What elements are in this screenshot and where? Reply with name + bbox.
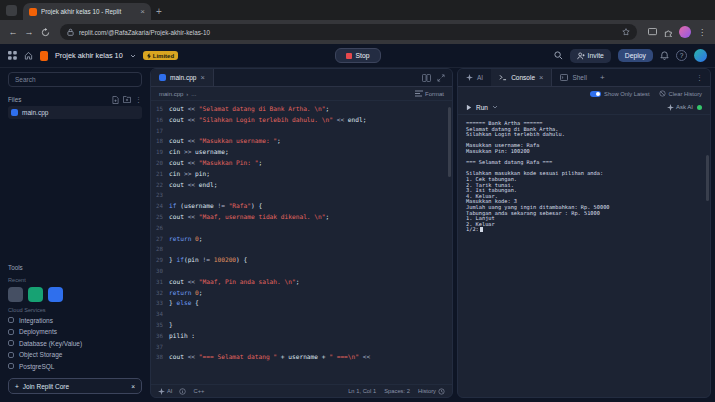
deploy-button[interactable]: Deploy [618, 49, 653, 62]
workflows-icon[interactable] [8, 287, 23, 302]
info-icon[interactable] [179, 388, 186, 395]
code-line[interactable]: 24if (username != "Rafa") { [151, 201, 452, 212]
help-icon[interactable]: ? [676, 50, 687, 61]
format-button[interactable]: Format [415, 90, 444, 97]
play-icon[interactable] [466, 104, 472, 111]
code-line[interactable]: 22cout << endl; [151, 180, 452, 191]
history-button[interactable]: History [418, 388, 445, 395]
sidebar-item-postgresql[interactable]: PostgreSQL [8, 361, 142, 373]
dismiss-icon[interactable]: × [131, 383, 135, 390]
code-line[interactable]: 21cin >> pin; [151, 169, 452, 180]
forward-icon[interactable]: → [22, 25, 36, 39]
search-input[interactable] [8, 72, 142, 87]
breadcrumb-file[interactable]: main.cpp [159, 91, 183, 97]
nav-grid-icon[interactable] [8, 51, 17, 60]
code-line[interactable]: 33} else { [151, 298, 452, 309]
sidebar-item-deployments[interactable]: Deployments [8, 326, 142, 338]
stop-button[interactable]: Stop [335, 48, 381, 63]
add-pane-tab-button[interactable]: + [595, 69, 610, 86]
bell-icon[interactable] [660, 51, 669, 60]
home-icon[interactable] [24, 51, 33, 60]
sidebar-item-object-storage[interactable]: Object Storage [8, 349, 142, 361]
cast-icon[interactable] [645, 25, 659, 39]
code-line[interactable]: 20cout << "Masukkan Pin: "; [151, 158, 452, 169]
screen: Projek akhir kelas 10 - Replit × + ← → r… [0, 0, 715, 402]
line-number: 15 [151, 104, 169, 115]
run-label[interactable]: Run [476, 104, 488, 111]
expand-icon[interactable] [437, 74, 445, 82]
code-line[interactable]: 38cout << "=== Selamat datang " + userna… [151, 352, 452, 363]
user-avatar[interactable] [694, 49, 707, 62]
split-layout-icon[interactable] [422, 74, 431, 82]
tab-shell[interactable]: Shell [552, 69, 594, 86]
bookmark-star-icon[interactable] [622, 28, 630, 36]
console-output-area[interactable]: ====== Bank Artha ======Selamat datang d… [458, 115, 710, 397]
run-chevron-icon[interactable] [492, 105, 498, 109]
join-replit-core-button[interactable]: + Join Replit Core × [8, 378, 142, 394]
search-icon[interactable] [554, 51, 563, 60]
browser-menu-icon[interactable]: ⋮ [695, 25, 709, 39]
code-line[interactable]: 29} if(pin != 100200) { [151, 255, 452, 266]
browser-toolbar: ← → replit.com/@RafaZakaria/Projek-akhir… [0, 20, 715, 44]
code-line[interactable]: 25cout << "Maaf, username tidak dikenal.… [151, 212, 452, 223]
file-item-main.cpp[interactable]: main.cpp [8, 106, 142, 119]
add-folder-icon[interactable] [123, 96, 131, 103]
sidebar-item-database[interactable]: Database (Key/Value) [8, 338, 142, 350]
code-line[interactable]: 15cout << "Selamat datang di Bank Artha.… [151, 104, 452, 115]
tab-console[interactable]: Console × [491, 69, 552, 86]
console-scrollbar[interactable] [706, 155, 709, 201]
sidebar-item-label: Deployments [19, 328, 57, 335]
extensions-icon[interactable] [661, 25, 675, 39]
new-tab-button[interactable]: + [151, 3, 167, 19]
address-bar[interactable]: replit.com/@RafaZakaria/Projek-akhir-kel… [60, 24, 637, 40]
line-content: cin >> username; [169, 147, 229, 158]
ask-ai-button[interactable]: Ask AI [667, 104, 693, 111]
code-line[interactable]: 26 [151, 223, 452, 234]
assistant-icon[interactable] [28, 287, 43, 302]
back-icon[interactable]: ← [6, 25, 20, 39]
code-line[interactable]: 34 [151, 309, 452, 320]
editor-tab-main-cpp[interactable]: main.cpp × [151, 69, 214, 86]
show-only-latest-toggle[interactable]: Show Only Latest [590, 91, 649, 97]
reload-icon[interactable] [38, 25, 52, 39]
code-line[interactable]: 36pilih : [151, 331, 452, 342]
code-line[interactable]: 18cout << "Masukkan username: "; [151, 136, 452, 147]
browser-tab[interactable]: Projek akhir kelas 10 - Replit × [23, 3, 151, 20]
sidebar-item-integrations[interactable]: Integrations [8, 315, 142, 327]
tab-ai[interactable]: AI [458, 69, 491, 86]
spaces-setting[interactable]: Spaces: 2 [384, 388, 410, 394]
code-line[interactable]: 31cout << "Maaf, Pin anda salah. \n"; [151, 277, 452, 288]
close-console-icon[interactable]: × [539, 73, 543, 82]
code-line[interactable]: 35} [151, 320, 452, 331]
files-menu-icon[interactable]: ⋮ [135, 96, 142, 104]
console-menu-icon[interactable]: ⋮ [696, 74, 703, 82]
browser-app-icon[interactable] [6, 5, 17, 16]
code-line[interactable]: 30 [151, 266, 452, 277]
code-line[interactable]: 37 [151, 342, 452, 353]
tab-close-icon[interactable]: × [140, 8, 145, 16]
code-line[interactable]: 19cin >> username; [151, 147, 452, 158]
add-file-icon[interactable] [112, 96, 119, 104]
code-line[interactable]: 32return 0; [151, 288, 452, 299]
invite-button[interactable]: Invite [570, 49, 611, 63]
code-editor[interactable]: 15cout << "Selamat datang di Bank Artha.… [151, 101, 452, 384]
ai-status[interactable]: AI [158, 388, 172, 395]
line-number: 38 [151, 352, 169, 363]
code-line[interactable]: 23 [151, 190, 452, 201]
close-tab-icon[interactable]: × [200, 73, 204, 82]
ask-ai-label: Ask AI [676, 104, 693, 110]
line-number: 33 [151, 298, 169, 309]
limited-badge[interactable]: Limited [143, 51, 178, 60]
chevron-down-icon[interactable] [130, 54, 136, 58]
code-line[interactable]: 16cout << "Silahkan Login terlebih dahul… [151, 115, 452, 126]
editor-scrollbar[interactable] [448, 107, 451, 177]
code-line[interactable]: 27return 0; [151, 234, 452, 245]
clear-history-button[interactable]: Clear History [659, 90, 703, 97]
repl-name[interactable]: Projek akhir kelas 10 [55, 51, 123, 60]
breadcrumb-more[interactable]: ... [191, 91, 196, 97]
code-line[interactable]: 17 [151, 126, 452, 137]
code-line[interactable]: 28 [151, 244, 452, 255]
browser-profile-avatar[interactable] [679, 26, 691, 38]
networking-icon[interactable] [48, 287, 63, 302]
lock-icon[interactable] [67, 28, 74, 36]
